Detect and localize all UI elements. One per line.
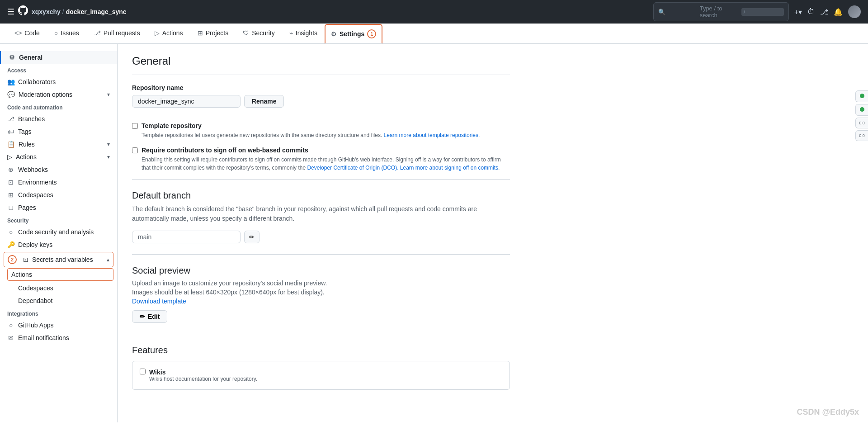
notifications-icon[interactable]: 🔔 <box>834 8 843 16</box>
settings-gear-icon: ⚙ <box>331 30 337 38</box>
sidebar-item-github-apps[interactable]: ○ GitHub Apps <box>0 319 117 331</box>
sidebar-item-secrets-vars[interactable]: 2 ⊡ Secrets and variables ▴ <box>4 252 113 267</box>
tab-actions[interactable]: ▷ Actions <box>147 24 190 43</box>
sidebar-item-code-security[interactable]: ○ Code security and analysis <box>0 226 117 238</box>
rules-chevron-icon: ▾ <box>107 141 110 147</box>
github-logo-icon[interactable] <box>18 5 28 18</box>
pencil-icon: ✏ <box>140 313 145 320</box>
git-merge-icon[interactable]: ⎇ <box>820 8 828 16</box>
search-icon: 🔍 <box>658 9 696 15</box>
sidebar-item-moderation[interactable]: 💬 Moderation options ▾ <box>0 88 117 101</box>
repo-name-input[interactable] <box>132 95 241 108</box>
timer-icon[interactable]: ⏱ <box>807 8 815 16</box>
sidebar-item-general[interactable]: ⚙ General <box>0 51 117 64</box>
pages-icon: □ <box>7 204 14 211</box>
green-dot <box>860 94 864 98</box>
issues-icon: ○ <box>54 29 58 37</box>
tab-insights[interactable]: ⌁ Insights <box>282 24 325 43</box>
template-repo-desc: Template repositories let users generate… <box>142 131 480 139</box>
sidebar-section-code-auto: Code and automation <box>0 101 117 113</box>
default-branch-section: Default branch The default branch is con… <box>132 179 510 243</box>
settings-badge: 1 <box>367 29 376 38</box>
tab-security[interactable]: 🛡 Security <box>236 24 282 43</box>
sidebar-item-rules[interactable]: 📋 Rules ▾ <box>0 138 117 151</box>
wikis-desc: Wikis host documentation for your reposi… <box>149 376 257 382</box>
rename-button[interactable]: Rename <box>244 95 284 108</box>
collaborators-icon: 👥 <box>7 78 14 85</box>
sidebar-item-webhooks[interactable]: ⊕ Webhooks <box>0 163 117 176</box>
template-repo-label: Template repository <box>142 122 480 129</box>
sidebar-item-codespaces[interactable]: ⊞ Codespaces <box>0 189 117 201</box>
template-repo-link[interactable]: Learn more about template repositories <box>384 132 478 138</box>
sidebar-item-actions-sub[interactable]: Actions <box>8 269 113 280</box>
deploy-keys-icon: 🔑 <box>7 241 14 248</box>
webhooks-icon: ⊕ <box>7 166 14 173</box>
features-section: Features Wikis Wikis host documentation … <box>132 334 510 390</box>
sidebar-item-tags[interactable]: 🏷 Tags <box>0 125 117 138</box>
edge-tab-value2[interactable]: 0.0 <box>855 130 868 141</box>
sidebar-item-actions[interactable]: ▷ Actions ▾ <box>0 151 117 163</box>
tab-settings[interactable]: ⚙ Settings 1 <box>325 24 382 44</box>
sign-off-desc: Enabling this setting will require contr… <box>142 156 510 172</box>
wikis-feature-row: Wikis Wikis host documentation for your … <box>140 369 502 382</box>
branch-edit-button[interactable]: ✏ <box>244 231 259 243</box>
wikis-checkbox[interactable] <box>140 369 146 374</box>
moderation-chevron-icon: ▾ <box>107 91 110 98</box>
breadcrumb-repo[interactable]: docker_image_sync <box>66 8 127 15</box>
sidebar-item-dependabot-sub[interactable]: Dependabot <box>0 294 117 307</box>
hamburger-menu-icon[interactable]: ☰ <box>7 7 14 17</box>
codespaces-icon: ⊞ <box>7 191 14 199</box>
actions-chevron-icon: ▾ <box>107 154 110 160</box>
avatar[interactable] <box>848 5 861 18</box>
actions-sidebar-icon: ▷ <box>7 153 12 161</box>
features-box: Wikis Wikis host documentation for your … <box>132 361 510 390</box>
top-nav-right: +▾ ⏱ ⎇ 🔔 <box>794 5 861 18</box>
top-nav: ☰ xqxyxchy / docker_image_sync 🔍 Type / … <box>0 0 868 24</box>
sidebar-item-codespaces-sub[interactable]: Codespaces <box>0 282 117 294</box>
sidebar-item-deploy-keys[interactable]: 🔑 Deploy keys <box>0 238 117 251</box>
secrets-vars-container: 2 ⊡ Secrets and variables ▴ <box>4 252 113 267</box>
tab-projects[interactable]: ⊞ Projects <box>190 24 236 43</box>
sign-off-link[interactable]: Learn more about signing off on commits <box>400 165 498 171</box>
pull-request-icon: ⎇ <box>94 29 101 37</box>
secrets-chevron-icon: ▴ <box>107 256 109 263</box>
social-preview-section: Social preview Upload an image to custom… <box>132 254 510 323</box>
rules-icon: 📋 <box>7 141 15 148</box>
sign-off-checkbox[interactable] <box>132 147 138 153</box>
sidebar-item-email-notifications[interactable]: ✉ Email notifications <box>0 331 117 344</box>
tab-pull-requests[interactable]: ⎇ Pull requests <box>86 24 147 43</box>
sidebar-item-collaborators[interactable]: 👥 Collaborators <box>0 76 117 88</box>
tab-issues[interactable]: ○ Issues <box>47 24 86 43</box>
dco-link[interactable]: Developer Certificate of Origin (DCO). <box>307 165 398 171</box>
sidebar-item-environments[interactable]: ⊡ Environments <box>0 176 117 189</box>
code-icon: <> <box>14 29 22 37</box>
tags-icon: 🏷 <box>7 128 14 135</box>
social-preview-desc: Upload an image to customize your reposi… <box>132 279 510 287</box>
code-security-icon: ○ <box>7 228 14 236</box>
email-icon: ✉ <box>7 334 14 341</box>
default-branch-input[interactable] <box>132 231 241 243</box>
secrets-icon: ⊡ <box>23 256 28 263</box>
main-content: General Repository name Rename Template … <box>118 44 524 422</box>
right-edge-tabs: 0.0 0.0 <box>855 90 868 141</box>
repo-name-label: Repository name <box>132 84 510 91</box>
sidebar-item-branches[interactable]: ⎇ Branches <box>0 113 117 125</box>
breadcrumb-user[interactable]: xqxyxchy <box>32 8 61 15</box>
sign-off-label: Require contributors to sign off on web-… <box>142 147 510 154</box>
projects-icon: ⊞ <box>198 29 203 37</box>
search-bar[interactable]: 🔍 Type / to search / <box>653 2 789 21</box>
sidebar-item-pages[interactable]: □ Pages <box>0 201 117 214</box>
edge-tab-value1[interactable]: 0.0 <box>855 118 868 128</box>
tab-code[interactable]: <> Code <box>7 24 47 43</box>
edit-social-button[interactable]: ✏ Edit <box>132 310 167 323</box>
edge-tab-green2[interactable] <box>855 104 868 116</box>
plus-button[interactable]: +▾ <box>794 8 802 16</box>
download-template-link[interactable]: Download template <box>132 298 510 305</box>
github-apps-icon: ○ <box>7 322 14 329</box>
breadcrumb: xqxyxchy / docker_image_sync <box>32 8 127 15</box>
template-repo-checkbox[interactable] <box>132 123 138 129</box>
social-preview-hint: Images should be at least 640×320px (128… <box>132 289 510 296</box>
edge-tab-green[interactable] <box>855 90 868 102</box>
security-icon: 🛡 <box>243 29 249 37</box>
repo-name-section: Repository name Rename <box>132 84 510 108</box>
